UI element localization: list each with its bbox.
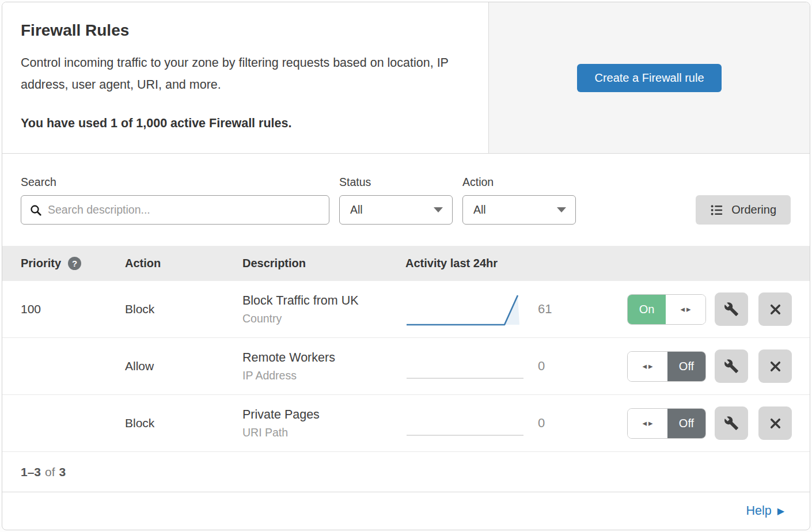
rule-description-cell: Remote Workers IP Address	[242, 351, 405, 382]
rule-enabled-toggle[interactable]: ◂▸ Off	[627, 408, 706, 439]
header-section: Firewall Rules Control incoming traffic …	[2, 2, 810, 154]
pagination-range: 1–3	[21, 465, 41, 479]
status-label: Status	[339, 176, 453, 189]
table-row: Allow Remote Workers IP Address 0 ◂▸ Off	[2, 338, 810, 395]
header-text-block: Firewall Rules Control incoming traffic …	[2, 2, 489, 153]
help-bar: Help ▶	[2, 492, 810, 530]
action-field: Action All	[462, 176, 576, 225]
delete-rule-button[interactable]	[758, 292, 792, 326]
rule-name: Remote Workers	[242, 351, 405, 365]
status-selected-value: All	[350, 203, 363, 216]
activity-count: 0	[538, 359, 545, 374]
rule-enabled-toggle[interactable]: On ◂▸	[627, 294, 706, 325]
pagination-bar: 1–3 of 3	[2, 452, 810, 492]
caret-down-icon	[434, 207, 443, 212]
x-icon	[768, 416, 783, 431]
rule-match-type: URI Path	[242, 426, 405, 439]
help-link-label: Help	[746, 504, 771, 518]
wrench-icon	[724, 416, 739, 431]
pagination-of-text: of	[45, 465, 55, 479]
rule-action: Block	[125, 302, 242, 316]
toggle-handle-arrows-icon[interactable]: ◂▸	[666, 295, 705, 324]
toggle-handle-arrows-icon[interactable]: ◂▸	[628, 352, 667, 381]
ordering-button-label: Ordering	[731, 203, 776, 216]
header-action-area: Create a Firewall rule	[489, 2, 810, 153]
rule-action: Block	[125, 416, 242, 430]
x-icon	[768, 302, 783, 317]
search-label: Search	[21, 176, 329, 189]
activity-count: 61	[538, 302, 552, 317]
activity-sparkline-chart	[407, 435, 523, 436]
search-field: Search	[21, 176, 329, 225]
delete-rule-button[interactable]	[758, 349, 792, 383]
status-field: Status All	[339, 176, 453, 225]
delete-rule-button[interactable]	[758, 406, 792, 440]
rule-priority: 100	[2, 302, 125, 316]
activity-cell: 0	[405, 395, 627, 451]
help-question-icon[interactable]: ?	[68, 257, 81, 270]
x-icon	[768, 359, 783, 374]
action-label: Action	[462, 176, 576, 189]
column-header-description: Description	[242, 257, 405, 270]
search-input-wrapper[interactable]	[21, 195, 329, 225]
wrench-icon	[724, 359, 739, 374]
rule-action: Allow	[125, 359, 242, 373]
table-row: 100 Block Block Traffic from UK Country …	[2, 281, 810, 338]
action-select[interactable]: All	[462, 195, 576, 225]
usage-note: You have used 1 of 1,000 active Firewall…	[21, 116, 470, 131]
help-link[interactable]: Help ▶	[746, 504, 784, 518]
page-title: Firewall Rules	[21, 21, 470, 40]
table-header-row: Priority ? Action Description Activity l…	[2, 246, 810, 281]
rule-name: Block Traffic from UK	[242, 294, 405, 308]
activity-cell: 0	[405, 338, 627, 394]
toggle-off-segment[interactable]: Off	[667, 409, 705, 438]
toggle-handle-arrows-icon[interactable]: ◂▸	[628, 409, 667, 438]
activity-sparkline-chart	[405, 292, 523, 326]
pagination-total: 3	[59, 465, 66, 479]
filter-bar: Search Status All Action All	[2, 154, 810, 246]
caret-down-icon	[557, 207, 566, 212]
create-firewall-rule-button[interactable]: Create a Firewall rule	[577, 64, 721, 92]
edit-rule-button[interactable]	[715, 292, 748, 326]
action-selected-value: All	[473, 203, 486, 216]
toggle-on-segment[interactable]: On	[628, 295, 666, 324]
search-icon	[29, 204, 42, 216]
column-header-priority: Priority ?	[2, 257, 125, 270]
rule-description-cell: Private Pages URI Path	[242, 408, 405, 439]
ordered-list-icon	[710, 203, 724, 217]
priority-header-label: Priority	[21, 257, 61, 270]
wrench-icon	[724, 302, 739, 317]
rule-description-cell: Block Traffic from UK Country	[242, 294, 405, 325]
column-header-action: Action	[125, 257, 242, 270]
rule-match-type: Country	[242, 312, 405, 325]
rule-enabled-toggle[interactable]: ◂▸ Off	[627, 351, 706, 382]
rule-name: Private Pages	[242, 408, 405, 422]
edit-rule-button[interactable]	[715, 406, 748, 440]
column-header-activity: Activity last 24hr	[405, 257, 627, 270]
ordering-button[interactable]: Ordering	[696, 195, 791, 225]
page-description: Control incoming traffic to your zone by…	[21, 52, 469, 96]
activity-cell: 61	[405, 281, 627, 337]
activity-sparkline-chart	[407, 378, 523, 379]
toggle-off-segment[interactable]: Off	[667, 352, 705, 381]
firewall-rules-panel: Firewall Rules Control incoming traffic …	[2, 2, 810, 530]
search-input[interactable]	[48, 203, 321, 216]
table-row: Block Private Pages URI Path 0 ◂▸ Off	[2, 395, 810, 452]
edit-rule-button[interactable]	[715, 349, 748, 383]
rule-match-type: IP Address	[242, 369, 405, 382]
status-select[interactable]: All	[339, 195, 453, 225]
activity-count: 0	[538, 416, 545, 431]
right-triangle-icon: ▶	[777, 507, 784, 516]
